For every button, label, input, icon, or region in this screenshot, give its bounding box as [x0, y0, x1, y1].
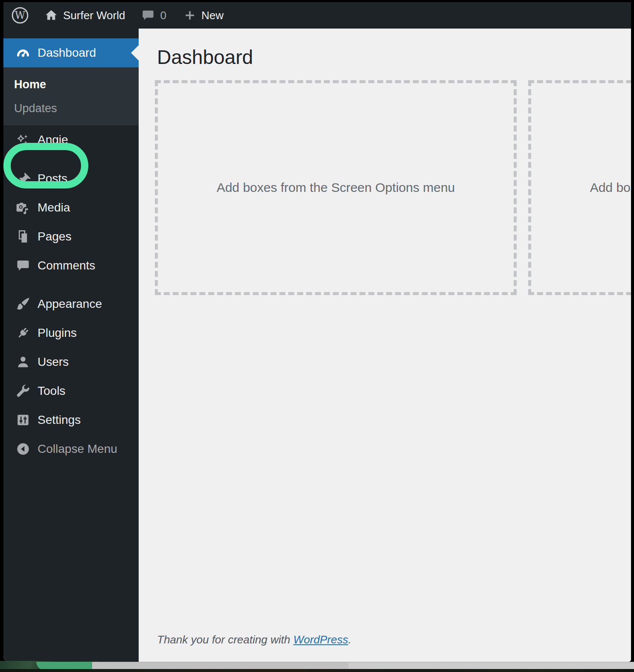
sidebar-item-label: Users: [38, 355, 69, 369]
sidebar-item-media[interactable]: Media: [3, 193, 139, 222]
dashboard-gauge-icon: [15, 45, 31, 61]
sidebar-item-label: Comments: [38, 259, 95, 272]
submenu-item-home[interactable]: Home: [3, 72, 139, 96]
wordpress-logo-menu[interactable]: W: [11, 6, 29, 24]
sidebar-item-settings[interactable]: Settings: [3, 406, 139, 434]
home-icon: [44, 9, 58, 22]
submenu-item-updates[interactable]: Updates: [3, 96, 139, 120]
collapse-menu-button[interactable]: Collapse Menu: [3, 434, 139, 463]
sidebar-item-label: Plugins: [38, 326, 77, 340]
sidebar-item-angie[interactable]: Angie: [3, 125, 139, 154]
wordpress-link[interactable]: WordPress: [293, 633, 348, 646]
footer-credit: Thank you for creating with WordPress.: [157, 633, 351, 646]
new-label: New: [201, 9, 224, 22]
dashboard-submenu: Home Updates: [3, 67, 139, 125]
sidebar-item-label: Posts: [38, 172, 67, 185]
paintbrush-icon: [15, 296, 31, 312]
speech-bubble-icon: [15, 258, 31, 273]
metabox-placeholder-text: Add boxes from the Screen Options menu: [217, 180, 455, 195]
camera-note-icon: [15, 200, 31, 215]
collapse-arrow-icon: [15, 442, 31, 456]
svg-text:W: W: [15, 9, 26, 21]
horizontal-scrollbar[interactable]: [92, 662, 634, 669]
pushpin-icon: [15, 171, 31, 186]
sidebar-item-comments[interactable]: Comments: [3, 251, 139, 280]
person-icon: [15, 355, 31, 369]
admin-bar: W Surfer World 0: [3, 2, 631, 29]
admin-bar-comments[interactable]: 0: [141, 9, 166, 22]
wrench-icon: [15, 383, 31, 399]
sidebar-item-users[interactable]: Users: [3, 348, 139, 377]
sidebar-item-dashboard[interactable]: Dashboard: [3, 38, 139, 67]
sidebar-item-label: Dashboard: [38, 46, 96, 60]
scrollbar-thumb[interactable]: [92, 662, 349, 669]
admin-sidebar: Dashboard Home Updates Angi: [3, 29, 139, 662]
admin-bar-site-link[interactable]: Surfer World: [44, 9, 125, 22]
comment-bubble-icon: [141, 9, 155, 22]
admin-bar-new-button[interactable]: New: [183, 9, 224, 22]
sidebar-item-label: Media: [38, 201, 70, 214]
wordpress-admin-window: W Surfer World 0: [3, 2, 631, 662]
submenu-label: Home: [14, 78, 46, 91]
footer-text: .: [348, 633, 351, 646]
sidebar-item-label: Tools: [38, 384, 65, 398]
page-title: Dashboard: [157, 46, 253, 69]
sidebar-item-label: Settings: [38, 413, 81, 427]
dashboard-content: Dashboard Add boxes from the Screen Opti…: [139, 29, 631, 662]
comment-count: 0: [160, 9, 166, 22]
metabox-dropzone-left[interactable]: Add boxes from the Screen Options menu: [155, 80, 517, 295]
sidebar-item-appearance[interactable]: Appearance: [3, 290, 139, 319]
sparkles-icon: [15, 132, 31, 148]
sidebar-item-label: Appearance: [38, 297, 102, 311]
plus-icon: [183, 9, 196, 22]
sliders-icon: [15, 413, 31, 427]
wordpress-logo-icon: W: [11, 6, 29, 24]
sidebar-item-pages[interactable]: Pages: [3, 222, 139, 251]
sidebar-item-posts[interactable]: Posts: [3, 164, 139, 193]
collapse-menu-label: Collapse Menu: [38, 442, 117, 456]
metabox-placeholder-text: Add boxes from the Screen Options menu: [590, 180, 631, 195]
stacked-pages-icon: [15, 229, 31, 244]
background-photo-band: [0, 669, 634, 672]
submenu-label: Updates: [14, 102, 57, 115]
footer-text: Thank you for creating with: [157, 633, 293, 646]
sidebar-item-plugins[interactable]: Plugins: [3, 319, 139, 348]
menu-separator: [3, 280, 139, 290]
metabox-dropzone-right[interactable]: Add boxes from the Screen Options menu: [528, 80, 631, 295]
site-name: Surfer World: [63, 9, 125, 22]
sidebar-item-tools[interactable]: Tools: [3, 377, 139, 406]
plug-icon: [15, 325, 31, 341]
sidebar-item-label: Pages: [38, 230, 71, 243]
sidebar-item-label: Angie: [38, 133, 68, 147]
